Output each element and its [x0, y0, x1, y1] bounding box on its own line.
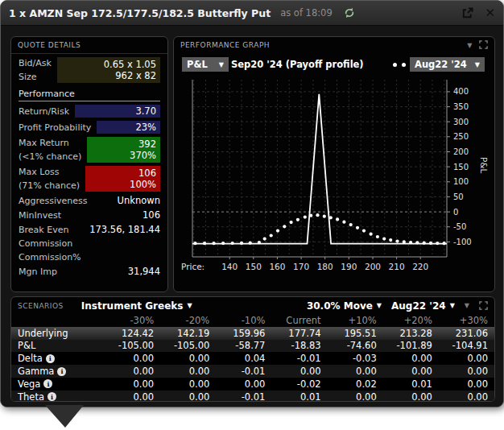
- svg-text:170: 170: [293, 262, 309, 271]
- bid-ask-size-group: Bid/Ask Size 0.65 x 1.05 962 x 82: [11, 57, 167, 83]
- table-cell: 124.42: [98, 328, 154, 339]
- svg-text:P&L: P&L: [479, 157, 489, 174]
- commission-pct-row: Commission%: [11, 252, 167, 263]
- panel-collapse-icon[interactable]: ▼: [465, 302, 469, 309]
- scenarios-table: -30%-20%-10%Current+10%+20%+30%Underlyin…: [11, 314, 494, 402]
- close-icon[interactable]: ✕: [485, 7, 495, 19]
- table-cell: 0.00: [154, 353, 209, 364]
- table-cell: -58.77: [209, 340, 265, 351]
- svg-text:200: 200: [365, 262, 381, 271]
- table-cell: 0.00: [432, 366, 488, 377]
- table-cell: -105.00: [98, 340, 154, 351]
- column-header: -20%: [154, 315, 209, 326]
- column-header: +30%: [432, 315, 488, 326]
- table-cell: -0.03: [321, 353, 377, 364]
- max-return-chance-label: (<1% chance): [19, 151, 81, 162]
- svg-text:200: 200: [453, 147, 469, 156]
- table-cell: 0.02: [321, 378, 377, 390]
- chevron-down-icon: ▼: [219, 61, 224, 68]
- table-cell: 0.00: [98, 391, 154, 402]
- row-label: Underlying: [18, 328, 98, 339]
- payoff-series-label: Sep20 '24 (Payoff profile): [231, 59, 364, 70]
- bid-ask-size-values: 0.65 x 1.05 962 x 82: [57, 57, 160, 83]
- max-return-value: 392: [91, 139, 156, 150]
- svg-text:250: 250: [453, 132, 469, 141]
- table-cell: 0.00: [98, 353, 154, 364]
- table-cell: -0.01: [209, 366, 265, 377]
- info-icon[interactable]: i: [43, 379, 52, 388]
- svg-text:180: 180: [317, 262, 333, 271]
- popout-icon[interactable]: [461, 7, 473, 19]
- info-icon[interactable]: i: [46, 354, 55, 363]
- scenarios-header: SCENARIOS Instrument Greeks ▼ 30.0% Move…: [11, 297, 494, 314]
- break-even-row: Break Even 173.56, 181.44: [11, 224, 167, 235]
- return-risk-label: Return/Risk: [19, 106, 69, 117]
- svg-text:150: 150: [453, 163, 469, 172]
- max-loss-value: 106: [89, 167, 156, 179]
- table-cell: 0.04: [209, 353, 265, 364]
- bid-ask-value: 0.65 x 1.05: [61, 59, 156, 70]
- screenshot-stage: 1 x AMZN Sep 172.5/177.5/182.5 Butterfly…: [0, 0, 504, 430]
- aggressiveness-row: Aggressiveness Unknown: [11, 195, 167, 206]
- svg-text:150: 150: [246, 262, 262, 271]
- table-cell: 231.06: [432, 328, 488, 339]
- table-cell: 0.00: [154, 378, 209, 390]
- table-cell: 177.74: [265, 328, 320, 339]
- column-header: Current: [265, 315, 320, 326]
- dotted-series-legend-icon: [393, 63, 406, 67]
- table-cell: 0.01: [377, 378, 432, 390]
- mgn-imp-row: Mgn Imp 31,944: [11, 266, 167, 277]
- column-header: -10%: [209, 315, 265, 326]
- scenarios-panel: SCENARIOS Instrument Greeks ▼ 30.0% Move…: [10, 296, 495, 402]
- table-cell: 142.19: [154, 328, 209, 339]
- return-risk-row: Return/Risk 3.70: [11, 105, 167, 118]
- as-of-timestamp: as of 18:09: [280, 7, 333, 19]
- aggressiveness-label: Aggressiveness: [19, 196, 88, 206]
- graph-toolbar: P&L ▼ Sep20 '24 (Payoff profile) Aug22 '…: [182, 56, 486, 73]
- table-cell: 0.00: [377, 366, 432, 377]
- panel-expand-icon[interactable]: [479, 298, 488, 313]
- row-label: P&L: [18, 340, 98, 351]
- chevron-down-icon: ▼: [377, 302, 382, 309]
- min-invest-value: 106: [61, 209, 160, 221]
- panel-collapse-icon[interactable]: ▼: [467, 42, 473, 49]
- info-icon[interactable]: i: [48, 392, 56, 401]
- commission-row: Commission: [11, 238, 167, 249]
- performance-section-header: Performance: [19, 89, 160, 101]
- svg-text:300: 300: [453, 118, 469, 126]
- butterfly-popup-window: 1 x AMZN Sep 172.5/177.5/182.5 Butterfly…: [0, 0, 504, 407]
- profit-probability-label: Profit Probability: [19, 122, 91, 133]
- table-cell: 213.28: [377, 328, 432, 339]
- graph-date-dropdown[interactable]: Aug22 '24 ▼: [410, 57, 485, 72]
- refresh-icon[interactable]: [344, 7, 355, 19]
- scenarios-title: SCENARIOS: [18, 302, 64, 310]
- table-cell: 0.01: [265, 391, 320, 402]
- table-cell: 0.00: [209, 378, 265, 390]
- table-header-row: -30%-20%-10%Current+10%+20%+30%: [11, 314, 494, 327]
- max-loss-chance-label: (71% chance): [19, 180, 80, 191]
- table-cell: 0.00: [98, 378, 154, 390]
- aggressiveness-value: Unknown: [88, 195, 160, 206]
- table-cell: -0.01: [265, 353, 320, 364]
- table-cell: -105.00: [154, 340, 209, 351]
- move-percent-dropdown[interactable]: 30.0% Move ▼: [307, 300, 382, 312]
- window-body: QUOTE DETAILS Bid/Ask Size 0.65 x 1.05 9…: [1, 26, 503, 407]
- table-cell: 0.00: [265, 366, 320, 377]
- mgn-imp-label: Mgn Imp: [19, 267, 57, 277]
- row-label: Gamma i: [18, 366, 98, 377]
- quote-details-title: QUOTE DETAILS: [18, 41, 81, 49]
- greeks-dropdown[interactable]: Instrument Greeks ▼: [81, 300, 192, 312]
- svg-text:190: 190: [341, 262, 357, 271]
- break-even-label: Break Even: [19, 225, 68, 235]
- scenario-date-dropdown[interactable]: Aug22 '24 ▼: [391, 300, 455, 312]
- svg-text:-100: -100: [453, 238, 472, 246]
- table-cell: 0.00: [154, 391, 209, 402]
- column-header: +20%: [377, 315, 432, 326]
- info-icon[interactable]: i: [57, 367, 66, 376]
- table-cell: -0.02: [265, 378, 320, 390]
- svg-text:210: 210: [389, 262, 405, 271]
- chevron-down-icon: ▼: [475, 61, 480, 68]
- table-cell: 0.00: [432, 378, 488, 390]
- metric-dropdown[interactable]: P&L ▼: [182, 57, 229, 72]
- panel-expand-icon[interactable]: [479, 40, 488, 51]
